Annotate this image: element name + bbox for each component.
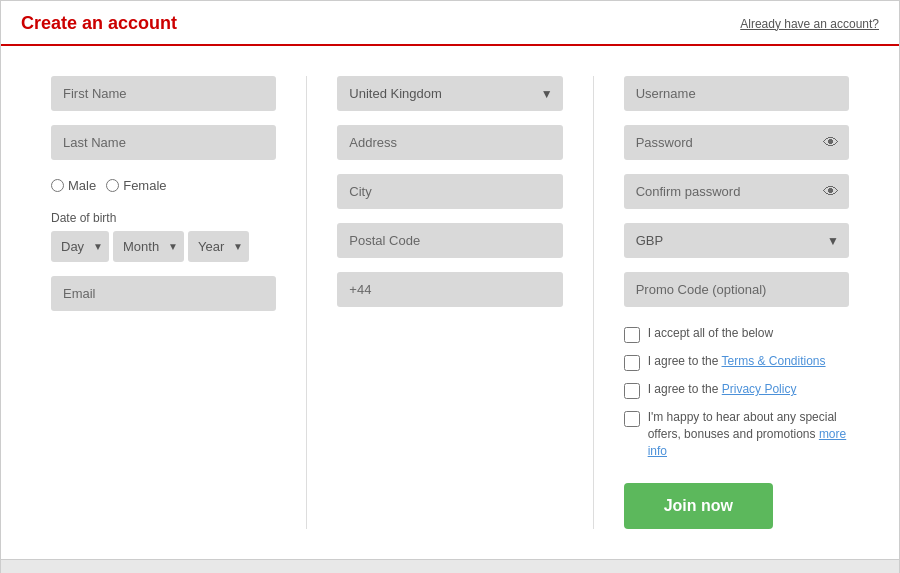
confirm-password-eye-icon[interactable]: 👁	[823, 183, 839, 201]
divider-2	[593, 76, 594, 529]
header: Create an account Already have an accoun…	[1, 1, 899, 46]
postal-code-input[interactable]	[337, 223, 562, 258]
checkbox-terms: I agree to the Terms & Conditions	[624, 353, 849, 371]
column-address: United Kingdom ▼	[337, 76, 562, 529]
dob-selects: Day ▼ Month ▼ Year ▼	[51, 231, 276, 262]
country-select-wrapper: United Kingdom ▼	[337, 76, 562, 111]
confirm-password-input[interactable]	[624, 174, 849, 209]
currency-select[interactable]: GBP	[624, 223, 849, 258]
privacy-checkbox[interactable]	[624, 383, 640, 399]
gender-female-radio[interactable]	[106, 179, 119, 192]
first-name-input[interactable]	[51, 76, 276, 111]
dob-section: Date of birth Day ▼ Month ▼	[51, 211, 276, 262]
password-input[interactable]	[624, 125, 849, 160]
offers-checkbox[interactable]	[624, 411, 640, 427]
email-input[interactable]	[51, 276, 276, 311]
last-name-input[interactable]	[51, 125, 276, 160]
page-wrapper: Create an account Already have an accoun…	[0, 0, 900, 573]
city-input[interactable]	[337, 174, 562, 209]
divider-1	[306, 76, 307, 529]
column-personal: Male Female Date of birth Day ▼	[51, 76, 276, 529]
year-select[interactable]: Year	[188, 231, 249, 262]
main-content: Male Female Date of birth Day ▼	[1, 46, 899, 559]
checkbox-privacy: I agree to the Privacy Policy	[624, 381, 849, 399]
gender-female-option[interactable]: Female	[106, 178, 166, 193]
address-input[interactable]	[337, 125, 562, 160]
gender-male-label: Male	[68, 178, 96, 193]
gender-row: Male Female	[51, 174, 276, 197]
accept-all-text: I accept all of the below	[648, 325, 773, 342]
login-link[interactable]: Already have an account?	[740, 17, 879, 31]
terms-link[interactable]: Terms & Conditions	[722, 354, 826, 368]
column-account: 👁 👁 GBP ▼ I accept all of the below	[624, 76, 849, 529]
day-select[interactable]: Day	[51, 231, 109, 262]
accept-all-checkbox[interactable]	[624, 327, 640, 343]
gender-male-radio[interactable]	[51, 179, 64, 192]
confirm-password-wrapper: 👁	[624, 174, 849, 209]
currency-select-wrapper: GBP ▼	[624, 223, 849, 258]
promo-code-input[interactable]	[624, 272, 849, 307]
terms-checkbox[interactable]	[624, 355, 640, 371]
gender-female-label: Female	[123, 178, 166, 193]
terms-text: I agree to the Terms & Conditions	[648, 353, 826, 370]
password-wrapper: 👁	[624, 125, 849, 160]
phone-input[interactable]	[337, 272, 562, 307]
privacy-text: I agree to the Privacy Policy	[648, 381, 797, 398]
month-select[interactable]: Month	[113, 231, 184, 262]
footer: 📞 800 897 534 18+ Responsible Gaming 🔒 S…	[1, 559, 899, 573]
offers-text: I'm happy to hear about any special offe…	[648, 409, 849, 459]
country-select[interactable]: United Kingdom	[337, 76, 562, 111]
month-select-wrapper: Month ▼	[113, 231, 184, 262]
privacy-link[interactable]: Privacy Policy	[722, 382, 797, 396]
join-button[interactable]: Join now	[624, 483, 773, 529]
checkbox-accept-all: I accept all of the below	[624, 325, 849, 343]
more-info-link[interactable]: more info	[648, 427, 847, 458]
checkbox-offers: I'm happy to hear about any special offe…	[624, 409, 849, 459]
dob-label: Date of birth	[51, 211, 276, 225]
day-select-wrapper: Day ▼	[51, 231, 109, 262]
checkbox-group: I accept all of the below I agree to the…	[624, 325, 849, 459]
page-title: Create an account	[21, 13, 177, 34]
year-select-wrapper: Year ▼	[188, 231, 249, 262]
password-eye-icon[interactable]: 👁	[823, 134, 839, 152]
gender-male-option[interactable]: Male	[51, 178, 96, 193]
username-input[interactable]	[624, 76, 849, 111]
